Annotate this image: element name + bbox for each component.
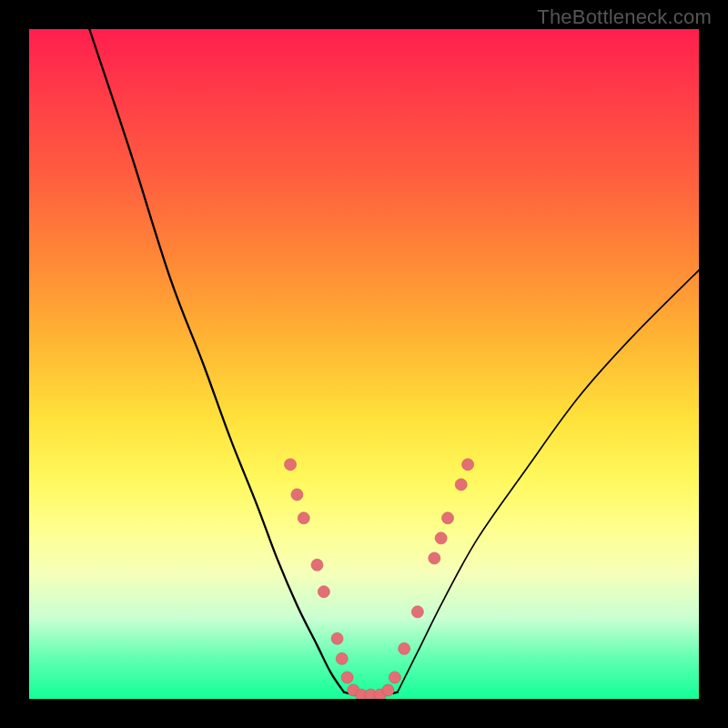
right-curve [398,270,699,693]
plot-area [29,29,699,699]
chart-marker [336,652,348,664]
chart-marker [382,684,394,696]
chart-marker [411,606,423,618]
chart-markers [285,459,474,699]
attribution-text: TheBottleneck.com [537,5,712,29]
chart-marker [435,532,447,544]
chart-marker [462,459,474,470]
chart-marker [399,642,410,654]
chart-marker [389,672,400,683]
chart-marker [285,459,297,470]
left-curve [89,29,344,693]
chart-marker [455,479,467,490]
chart-marker [331,632,343,644]
chart-marker [298,512,309,524]
chart-frame: TheBottleneck.com [0,0,728,728]
chart-marker [442,512,454,524]
chart-marker [311,559,323,571]
chart-marker [341,672,353,683]
chart-marker [291,489,303,500]
chart-marker [429,552,440,564]
chart-svg [29,29,699,699]
chart-marker [318,586,329,598]
